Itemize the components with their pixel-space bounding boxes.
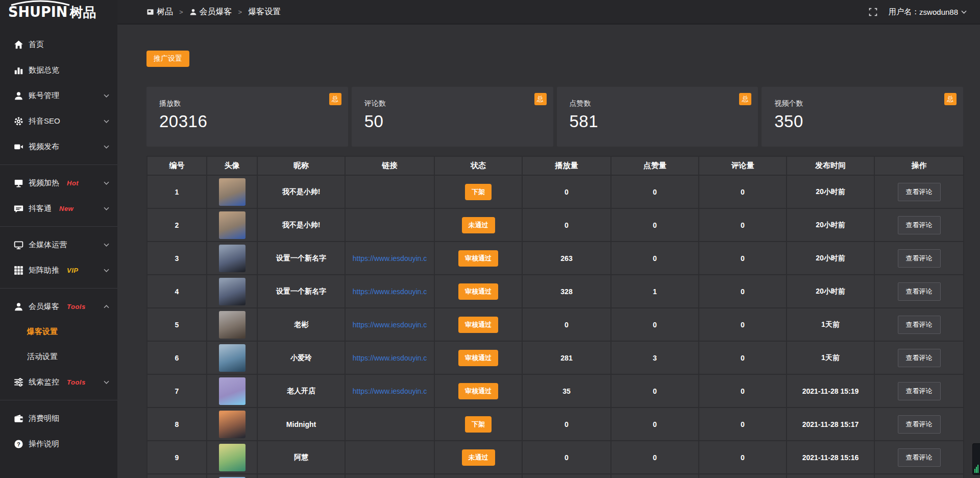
cell-status [434, 474, 522, 478]
status-button[interactable]: 下架 [465, 416, 492, 433]
topbar-right: 用户名： zswodun88 [869, 7, 967, 17]
sidebar-item-label: 会员爆客 [29, 302, 59, 312]
status-button[interactable]: 审核通过 [458, 283, 498, 300]
video-link[interactable]: https://www.iesdouyin.c [346, 254, 434, 262]
sidebar-subitem-label: 爆客设置 [27, 327, 58, 337]
view-comments-button[interactable]: 查看评论 [898, 249, 941, 268]
sidebar-item-douyin-seo[interactable]: 抖音SEO [0, 108, 117, 134]
cell-comments: 0 [699, 242, 787, 275]
cell-action: 查看评论 [874, 242, 964, 275]
cell-action: 查看评论 [874, 308, 964, 341]
total-badge: 总 [329, 93, 341, 105]
user-menu[interactable]: 用户名： zswodun88 [889, 7, 967, 17]
column-header: 昵称 [257, 156, 345, 175]
status-button[interactable]: 未通过 [462, 449, 495, 466]
status-button[interactable]: 审核通过 [458, 350, 498, 366]
stat-card-label: 点赞数 [570, 99, 758, 108]
cell-link [345, 474, 434, 478]
promo-settings-button[interactable]: 推广设置 [146, 51, 189, 67]
cell-likes: 0 [611, 308, 699, 341]
sidebar-item-video-heat[interactable]: 视频加热Hot [0, 170, 117, 196]
view-comments-button[interactable]: 查看评论 [898, 448, 941, 467]
cell-likes: 0 [611, 408, 699, 441]
cell-status: 未通过 [434, 208, 522, 242]
breadcrumb-item[interactable]: 树品 [146, 7, 173, 17]
cell-status: 未通过 [434, 441, 522, 474]
column-header: 播放量 [522, 156, 611, 175]
floating-widget[interactable] [972, 443, 980, 475]
sidebar-item-matrix-boost[interactable]: 矩阵助推VIP [0, 257, 117, 283]
sidebar-item-operation-guide[interactable]: ?操作说明 [0, 431, 117, 457]
view-comments-button[interactable]: 查看评论 [898, 382, 941, 400]
cell-status: 审核通过 [434, 275, 522, 308]
sidebar-item-badge: New [59, 205, 74, 212]
status-button[interactable]: 下架 [465, 184, 492, 200]
video-link[interactable]: https://www.iesdouyin.c [346, 288, 434, 296]
view-comments-button[interactable]: 查看评论 [898, 349, 941, 367]
cell-link: https://www.iesdouyin.c [345, 275, 434, 308]
table-row [147, 474, 964, 478]
cell-link [345, 208, 434, 242]
sidebar-item-label: 数据总览 [29, 65, 59, 75]
svg-text:?: ? [17, 441, 20, 447]
sidebar-item-media-operation[interactable]: 全媒体运营 [0, 232, 117, 257]
view-comments-button[interactable]: 查看评论 [898, 183, 941, 201]
sidebar-item-account-manage[interactable]: 账号管理 [0, 83, 117, 108]
cell-avatar [207, 408, 257, 441]
view-comments-button[interactable]: 查看评论 [898, 282, 941, 301]
column-header: 发布时间 [787, 156, 874, 175]
cell-time: 1天前 [787, 308, 874, 341]
stat-card-label: 播放数 [159, 99, 348, 108]
avatar [219, 344, 246, 372]
stat-card: 视频个数350总 [762, 87, 963, 147]
cell-likes: 0 [611, 175, 699, 208]
cell-avatar [207, 275, 257, 308]
cell-nickname: Midnight [257, 408, 345, 441]
sidebar-item-video-publish[interactable]: 视频发布 [0, 134, 117, 159]
sidebar-subitem-activity-settings[interactable]: 活动设置 [0, 344, 117, 369]
video-link[interactable]: https://www.iesdouyin.c [346, 387, 434, 395]
sliders-icon [14, 377, 23, 387]
avatar [219, 377, 246, 405]
view-comments-button[interactable]: 查看评论 [898, 216, 941, 234]
cell-time: 20小时前 [787, 242, 874, 275]
sidebar-item-data-overview[interactable]: 数据总览 [0, 57, 117, 83]
view-comments-button[interactable]: 查看评论 [898, 316, 941, 334]
chevron-down-icon [104, 269, 109, 272]
status-button[interactable]: 审核通过 [458, 317, 498, 333]
cell-nickname: 我不是小帅! [257, 208, 345, 242]
cell-comments: 0 [699, 175, 787, 208]
stat-card: 点赞数581总 [557, 87, 758, 147]
widget-bar [974, 469, 975, 473]
app-logo[interactable]: SHUPIN 树品 [0, 0, 117, 25]
sidebar-item-label: 首页 [29, 40, 44, 50]
status-button[interactable]: 审核通过 [458, 250, 498, 267]
avatar [219, 245, 246, 272]
cell-comments: 0 [699, 441, 787, 474]
cell-avatar [207, 341, 257, 374]
cell-comments: 0 [699, 374, 787, 408]
breadcrumb-label: 爆客设置 [248, 7, 281, 17]
sidebar-item-label: 矩阵助推 [29, 266, 59, 275]
breadcrumb-item[interactable]: 爆客设置 [248, 7, 281, 17]
video-link[interactable]: https://www.iesdouyin.c [346, 321, 434, 329]
avatar [219, 278, 246, 305]
sidebar-subitem-baoke-settings[interactable]: 爆客设置 [0, 319, 117, 344]
breadcrumb-item[interactable]: 会员爆客 [189, 7, 232, 17]
sidebar-item-member-baoke[interactable]: 会员爆客Tools [0, 294, 117, 319]
sidebar-item-consume-detail[interactable]: 消费明细 [0, 405, 117, 431]
cell-id: 1 [147, 175, 207, 208]
sidebar-item-home[interactable]: 首页 [0, 32, 117, 57]
cell-time: 20小时前 [787, 275, 874, 308]
status-button[interactable]: 审核通过 [458, 383, 498, 399]
sidebar-item-label: 全媒体运营 [29, 240, 67, 250]
sidebar-item-doukertong[interactable]: 抖客通New [0, 196, 117, 221]
fullscreen-icon[interactable] [869, 8, 877, 16]
video-link[interactable]: https://www.iesdouyin.c [346, 354, 434, 362]
cell-time: 1天前 [787, 341, 874, 374]
sidebar-divider [0, 226, 117, 227]
sidebar-item-clue-monitor[interactable]: 线索监控Tools [0, 369, 117, 395]
status-button[interactable]: 未通过 [462, 217, 495, 233]
view-comments-button[interactable]: 查看评论 [898, 415, 941, 434]
column-header: 头像 [207, 156, 257, 175]
